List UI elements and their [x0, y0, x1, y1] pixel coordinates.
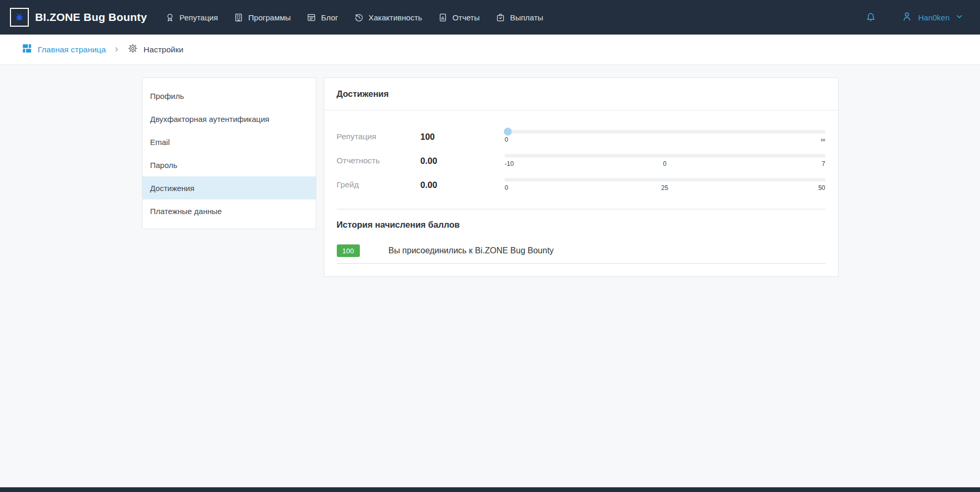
blog-icon — [306, 13, 316, 23]
sidebar-item-profile[interactable]: Профиль — [142, 84, 316, 107]
nav-item-label: Хакактивность — [369, 13, 422, 22]
sidebar-item-achievements[interactable]: Достижения — [142, 176, 316, 199]
nav-item-label: Репутация — [180, 13, 218, 22]
metric-label: Репутация — [337, 132, 421, 141]
nav-item-label: Отчеты — [453, 13, 480, 22]
brand[interactable]: BI.ZONE Bug Bounty — [10, 8, 147, 27]
panel-header: Достижения — [324, 78, 838, 110]
history-icon — [354, 13, 364, 23]
brand-title: BI.ZONE Bug Bounty — [35, 11, 147, 24]
grade-slider: 0 25 50 — [504, 178, 825, 192]
metric-label: Отчетность — [337, 156, 421, 165]
nav-item-label: Блог — [321, 13, 338, 22]
person-icon — [901, 10, 913, 25]
bizone-bug-logo-icon — [10, 8, 29, 27]
dashboard-grid-icon — [21, 43, 32, 56]
metric-row-reputation: Репутация 100 0 ∞ — [337, 126, 825, 147]
nav-item-hacktivity[interactable]: Хакактивность — [354, 13, 422, 23]
slider-handle[interactable] — [504, 128, 512, 136]
nav-right-controls: Han0ken — [865, 10, 964, 25]
sidebar-item-label: Двухфакторная аутентификация — [150, 115, 270, 124]
nav-item-programs[interactable]: Программы — [234, 13, 291, 23]
sidebar-item-payment-details[interactable]: Платежные данные — [142, 199, 316, 222]
metric-row-grade: Грейд 0.00 0 25 50 — [337, 174, 825, 195]
reporting-slider: -10 0 7 — [504, 154, 825, 167]
user-name: Han0ken — [918, 13, 950, 22]
scale-min-label: -10 — [505, 160, 514, 167]
main-menu: Репутация Программы Блог — [165, 13, 543, 23]
points-history-title: История начисления баллов — [337, 220, 825, 230]
sidebar-item-label: Email — [150, 138, 170, 147]
breadcrumb-current: Настройки — [127, 43, 183, 56]
slider-scale: 0 25 50 — [504, 184, 825, 192]
payments-icon — [495, 13, 505, 23]
slider-track — [504, 130, 825, 133]
reputation-slider: 0 ∞ — [504, 130, 825, 143]
scale-mid-label: 0 — [663, 160, 667, 167]
report-icon — [438, 13, 448, 23]
breadcrumb: Главная страница Настройки — [0, 35, 980, 65]
sidebar-item-label: Платежные данные — [150, 207, 222, 216]
history-entry-text: Вы присоединились к Bi.ZONE Bug Bounty — [389, 246, 554, 255]
page-title: Достижения — [337, 89, 825, 99]
top-navigation: BI.ZONE Bug Bounty Репутация Программы — [0, 0, 980, 35]
scale-mid-label: 25 — [661, 184, 668, 192]
slider-scale: 0 ∞ — [504, 136, 825, 143]
slider-track — [504, 178, 825, 182]
history-entry: 100 Вы присоединились к Bi.ZONE Bug Boun… — [337, 244, 825, 264]
footer-edge — [0, 487, 980, 492]
sidebar-item-label: Пароль — [150, 161, 178, 170]
nav-item-label: Выплаты — [510, 13, 543, 22]
achievements-panel: Достижения Репутация 100 0 ∞ О — [324, 77, 839, 277]
gear-icon — [127, 43, 138, 56]
sidebar-item-label: Достижения — [150, 184, 195, 193]
nav-item-blog[interactable]: Блог — [306, 13, 338, 23]
scale-max-label: 50 — [818, 184, 825, 192]
settings-page: Профиль Двухфакторная аутентификация Ema… — [142, 65, 839, 277]
breadcrumb-separator-icon — [113, 46, 120, 53]
breadcrumb-current-label: Настройки — [144, 45, 183, 54]
scale-min-label: 0 — [505, 184, 509, 192]
building-icon — [234, 13, 244, 23]
settings-sidebar: Профиль Двухфакторная аутентификация Ema… — [142, 77, 316, 229]
metric-value: 100 — [421, 132, 504, 142]
nav-item-payouts[interactable]: Выплаты — [495, 13, 543, 23]
medal-icon — [165, 13, 175, 23]
scale-min-label: 0 — [505, 136, 509, 143]
slider-scale: -10 0 7 — [504, 160, 825, 167]
points-history-section: История начисления баллов 100 Вы присоед… — [324, 209, 838, 276]
metric-value: 0.00 — [421, 156, 504, 166]
slider-track — [504, 154, 825, 158]
scale-max-label: 7 — [822, 160, 825, 167]
notifications-bell-icon[interactable] — [865, 12, 877, 24]
points-badge: 100 — [337, 244, 360, 257]
sidebar-item-2fa[interactable]: Двухфакторная аутентификация — [142, 107, 316, 130]
sidebar-item-email[interactable]: Email — [142, 130, 316, 153]
metric-row-reporting: Отчетность 0.00 -10 0 7 — [337, 150, 825, 171]
user-menu[interactable]: Han0ken — [901, 10, 964, 25]
scale-max-label: ∞ — [821, 136, 825, 143]
nav-item-reports[interactable]: Отчеты — [438, 13, 480, 23]
metric-label: Грейд — [337, 180, 421, 189]
chevron-down-icon — [955, 12, 964, 23]
breadcrumb-home-label: Главная страница — [38, 45, 106, 54]
metric-value: 0.00 — [421, 180, 504, 190]
sidebar-item-label: Профиль — [150, 92, 184, 100]
sidebar-item-password[interactable]: Пароль — [142, 153, 316, 176]
nav-item-label: Программы — [248, 13, 291, 22]
metrics-section: Репутация 100 0 ∞ Отчетность 0.00 — [337, 110, 825, 209]
nav-item-reputation[interactable]: Репутация — [165, 13, 218, 23]
breadcrumb-home-link[interactable]: Главная страница — [21, 43, 106, 56]
